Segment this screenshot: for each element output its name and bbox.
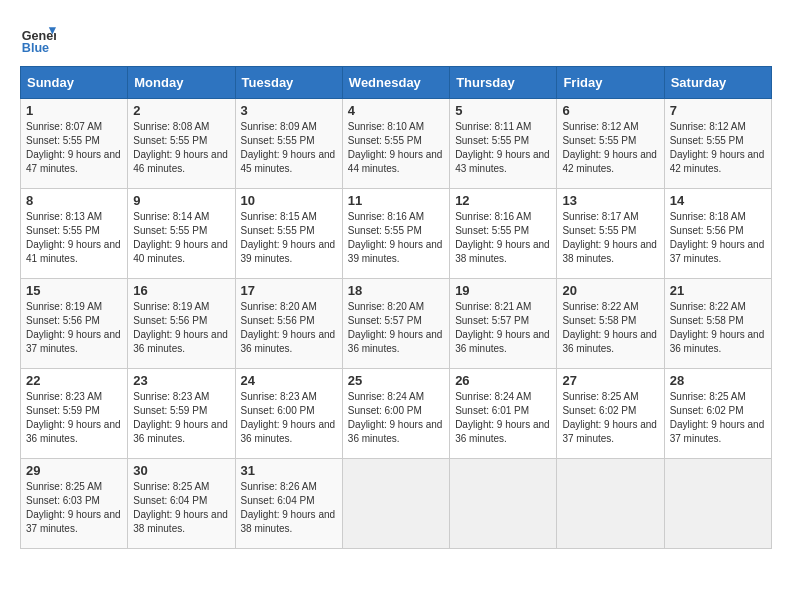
day-number: 11 xyxy=(348,193,444,208)
calendar-day: 12 Sunrise: 8:16 AMSunset: 5:55 PMDaylig… xyxy=(450,189,557,279)
calendar-week-1: 1 Sunrise: 8:07 AMSunset: 5:55 PMDayligh… xyxy=(21,99,772,189)
day-number: 8 xyxy=(26,193,122,208)
calendar-table: SundayMondayTuesdayWednesdayThursdayFrid… xyxy=(20,66,772,549)
day-number: 27 xyxy=(562,373,658,388)
day-number: 15 xyxy=(26,283,122,298)
calendar-day: 5 Sunrise: 8:11 AMSunset: 5:55 PMDayligh… xyxy=(450,99,557,189)
day-number: 5 xyxy=(455,103,551,118)
calendar-day: 1 Sunrise: 8:07 AMSunset: 5:55 PMDayligh… xyxy=(21,99,128,189)
calendar-day: 8 Sunrise: 8:13 AMSunset: 5:55 PMDayligh… xyxy=(21,189,128,279)
col-header-thursday: Thursday xyxy=(450,67,557,99)
day-info: Sunrise: 8:22 AMSunset: 5:58 PMDaylight:… xyxy=(670,301,765,354)
day-number: 14 xyxy=(670,193,766,208)
day-number: 23 xyxy=(133,373,229,388)
col-header-tuesday: Tuesday xyxy=(235,67,342,99)
calendar-day: 26 Sunrise: 8:24 AMSunset: 6:01 PMDaylig… xyxy=(450,369,557,459)
day-number: 21 xyxy=(670,283,766,298)
calendar-week-2: 8 Sunrise: 8:13 AMSunset: 5:55 PMDayligh… xyxy=(21,189,772,279)
calendar-day: 16 Sunrise: 8:19 AMSunset: 5:56 PMDaylig… xyxy=(128,279,235,369)
day-number: 1 xyxy=(26,103,122,118)
day-info: Sunrise: 8:15 AMSunset: 5:55 PMDaylight:… xyxy=(241,211,336,264)
day-info: Sunrise: 8:19 AMSunset: 5:56 PMDaylight:… xyxy=(26,301,121,354)
col-header-monday: Monday xyxy=(128,67,235,99)
day-number: 7 xyxy=(670,103,766,118)
calendar-day: 11 Sunrise: 8:16 AMSunset: 5:55 PMDaylig… xyxy=(342,189,449,279)
calendar-day: 25 Sunrise: 8:24 AMSunset: 6:00 PMDaylig… xyxy=(342,369,449,459)
calendar-day xyxy=(342,459,449,549)
calendar-day: 15 Sunrise: 8:19 AMSunset: 5:56 PMDaylig… xyxy=(21,279,128,369)
calendar-day: 13 Sunrise: 8:17 AMSunset: 5:55 PMDaylig… xyxy=(557,189,664,279)
calendar-header-row: SundayMondayTuesdayWednesdayThursdayFrid… xyxy=(21,67,772,99)
calendar-day: 27 Sunrise: 8:25 AMSunset: 6:02 PMDaylig… xyxy=(557,369,664,459)
calendar-week-3: 15 Sunrise: 8:19 AMSunset: 5:56 PMDaylig… xyxy=(21,279,772,369)
calendar-day: 30 Sunrise: 8:25 AMSunset: 6:04 PMDaylig… xyxy=(128,459,235,549)
day-info: Sunrise: 8:23 AMSunset: 5:59 PMDaylight:… xyxy=(26,391,121,444)
day-info: Sunrise: 8:13 AMSunset: 5:55 PMDaylight:… xyxy=(26,211,121,264)
day-number: 3 xyxy=(241,103,337,118)
day-info: Sunrise: 8:08 AMSunset: 5:55 PMDaylight:… xyxy=(133,121,228,174)
logo-icon: General Blue xyxy=(20,20,56,56)
day-number: 18 xyxy=(348,283,444,298)
day-info: Sunrise: 8:25 AMSunset: 6:02 PMDaylight:… xyxy=(670,391,765,444)
day-number: 30 xyxy=(133,463,229,478)
calendar-day: 10 Sunrise: 8:15 AMSunset: 5:55 PMDaylig… xyxy=(235,189,342,279)
calendar-day: 7 Sunrise: 8:12 AMSunset: 5:55 PMDayligh… xyxy=(664,99,771,189)
day-info: Sunrise: 8:26 AMSunset: 6:04 PMDaylight:… xyxy=(241,481,336,534)
calendar-day: 29 Sunrise: 8:25 AMSunset: 6:03 PMDaylig… xyxy=(21,459,128,549)
day-number: 20 xyxy=(562,283,658,298)
day-number: 29 xyxy=(26,463,122,478)
calendar-day: 22 Sunrise: 8:23 AMSunset: 5:59 PMDaylig… xyxy=(21,369,128,459)
day-number: 9 xyxy=(133,193,229,208)
calendar-week-4: 22 Sunrise: 8:23 AMSunset: 5:59 PMDaylig… xyxy=(21,369,772,459)
col-header-saturday: Saturday xyxy=(664,67,771,99)
day-number: 12 xyxy=(455,193,551,208)
day-number: 10 xyxy=(241,193,337,208)
col-header-friday: Friday xyxy=(557,67,664,99)
logo: General Blue xyxy=(20,20,56,56)
day-info: Sunrise: 8:22 AMSunset: 5:58 PMDaylight:… xyxy=(562,301,657,354)
day-info: Sunrise: 8:16 AMSunset: 5:55 PMDaylight:… xyxy=(455,211,550,264)
day-info: Sunrise: 8:14 AMSunset: 5:55 PMDaylight:… xyxy=(133,211,228,264)
day-info: Sunrise: 8:23 AMSunset: 6:00 PMDaylight:… xyxy=(241,391,336,444)
calendar-day: 18 Sunrise: 8:20 AMSunset: 5:57 PMDaylig… xyxy=(342,279,449,369)
day-info: Sunrise: 8:20 AMSunset: 5:57 PMDaylight:… xyxy=(348,301,443,354)
day-info: Sunrise: 8:21 AMSunset: 5:57 PMDaylight:… xyxy=(455,301,550,354)
svg-text:Blue: Blue xyxy=(22,41,49,55)
calendar-day: 20 Sunrise: 8:22 AMSunset: 5:58 PMDaylig… xyxy=(557,279,664,369)
calendar-day xyxy=(450,459,557,549)
day-info: Sunrise: 8:24 AMSunset: 6:00 PMDaylight:… xyxy=(348,391,443,444)
calendar-day: 31 Sunrise: 8:26 AMSunset: 6:04 PMDaylig… xyxy=(235,459,342,549)
day-number: 19 xyxy=(455,283,551,298)
day-info: Sunrise: 8:12 AMSunset: 5:55 PMDaylight:… xyxy=(562,121,657,174)
day-number: 17 xyxy=(241,283,337,298)
day-number: 2 xyxy=(133,103,229,118)
day-info: Sunrise: 8:23 AMSunset: 5:59 PMDaylight:… xyxy=(133,391,228,444)
day-info: Sunrise: 8:10 AMSunset: 5:55 PMDaylight:… xyxy=(348,121,443,174)
day-info: Sunrise: 8:09 AMSunset: 5:55 PMDaylight:… xyxy=(241,121,336,174)
calendar-day: 6 Sunrise: 8:12 AMSunset: 5:55 PMDayligh… xyxy=(557,99,664,189)
calendar-day: 3 Sunrise: 8:09 AMSunset: 5:55 PMDayligh… xyxy=(235,99,342,189)
calendar-day: 24 Sunrise: 8:23 AMSunset: 6:00 PMDaylig… xyxy=(235,369,342,459)
day-number: 16 xyxy=(133,283,229,298)
day-info: Sunrise: 8:25 AMSunset: 6:03 PMDaylight:… xyxy=(26,481,121,534)
day-info: Sunrise: 8:07 AMSunset: 5:55 PMDaylight:… xyxy=(26,121,121,174)
calendar-day: 14 Sunrise: 8:18 AMSunset: 5:56 PMDaylig… xyxy=(664,189,771,279)
calendar-day: 23 Sunrise: 8:23 AMSunset: 5:59 PMDaylig… xyxy=(128,369,235,459)
day-number: 24 xyxy=(241,373,337,388)
day-info: Sunrise: 8:25 AMSunset: 6:02 PMDaylight:… xyxy=(562,391,657,444)
day-info: Sunrise: 8:11 AMSunset: 5:55 PMDaylight:… xyxy=(455,121,550,174)
day-number: 4 xyxy=(348,103,444,118)
calendar-day: 28 Sunrise: 8:25 AMSunset: 6:02 PMDaylig… xyxy=(664,369,771,459)
calendar-day: 19 Sunrise: 8:21 AMSunset: 5:57 PMDaylig… xyxy=(450,279,557,369)
day-number: 26 xyxy=(455,373,551,388)
day-info: Sunrise: 8:25 AMSunset: 6:04 PMDaylight:… xyxy=(133,481,228,534)
calendar-week-5: 29 Sunrise: 8:25 AMSunset: 6:03 PMDaylig… xyxy=(21,459,772,549)
day-info: Sunrise: 8:19 AMSunset: 5:56 PMDaylight:… xyxy=(133,301,228,354)
day-number: 28 xyxy=(670,373,766,388)
day-number: 25 xyxy=(348,373,444,388)
day-info: Sunrise: 8:24 AMSunset: 6:01 PMDaylight:… xyxy=(455,391,550,444)
page-header: General Blue xyxy=(20,20,772,56)
col-header-sunday: Sunday xyxy=(21,67,128,99)
day-number: 6 xyxy=(562,103,658,118)
calendar-day: 9 Sunrise: 8:14 AMSunset: 5:55 PMDayligh… xyxy=(128,189,235,279)
